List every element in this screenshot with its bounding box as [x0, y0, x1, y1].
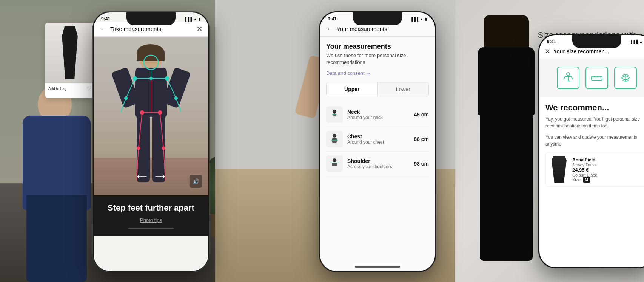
measurements-content: Your measurements We use these for more … — [320, 37, 435, 261]
svg-point-26 — [333, 134, 336, 138]
svg-point-0 — [144, 55, 158, 70]
battery-icon: ▮ — [199, 17, 201, 21]
dress-preview — [60, 26, 80, 79]
phone-measurements: 9:41 ▐▐▐ ▲ ▮ ← Your measurements Your me… — [319, 11, 436, 272]
measurement-chest: Chest Around your chest 88 cm — [326, 127, 429, 152]
product-rec-type: Jersey Dress — [572, 163, 644, 167]
phone2-title: Your measurements — [337, 26, 429, 32]
rec-content: We recommen... Yay, you got measured! Yo… — [539, 97, 644, 193]
body-scan-icon-box — [557, 67, 579, 89]
shoulder-desc: Across your shoulders — [347, 164, 409, 169]
phone2-signal-icon: ▐▐▐ — [410, 17, 418, 21]
ar-arrows: ← → — [134, 167, 169, 184]
phone1-title: Take measurements — [110, 26, 197, 32]
add-to-bag-label[interactable]: Add to bag — [48, 87, 66, 91]
product-image — [45, 23, 94, 83]
chest-icon-box — [326, 131, 343, 147]
neck-value: 45 cm — [414, 112, 429, 118]
phone1-time: 9:41 — [101, 16, 110, 22]
phone3-wifi-icon: ▲ — [639, 40, 643, 44]
tab-upper[interactable]: Upper — [327, 82, 378, 96]
phone1-instructions: Step feet further apart Photo tips — [94, 195, 208, 236]
phone2-home-indicator — [355, 266, 400, 268]
phone1-back-button[interactable]: ← — [100, 25, 107, 33]
sound-button[interactable]: 🔊 — [190, 175, 202, 188]
product-recommendation-card[interactable]: Anna Field Jersey Dress 24,95 € Colour: … — [545, 152, 644, 187]
svg-line-14 — [176, 98, 181, 113]
svg-line-12 — [167, 79, 176, 98]
phone1-close-button[interactable]: ✕ — [197, 25, 202, 33]
step-instruction: Step feet further apart — [100, 203, 202, 213]
phone2-notch — [353, 12, 402, 25]
chest-label: Chest — [347, 133, 409, 139]
rec-subtitle-line2: You can view and update your measurement… — [545, 134, 644, 147]
phone2-battery-icon: ▮ — [425, 17, 427, 21]
shoulder-icon-box — [326, 155, 343, 172]
svg-point-23 — [333, 110, 336, 113]
phone-size-recommendations: 9:41 ▐▐▐ ▲ ▮ ✕ Your size recommen... — [538, 34, 644, 268]
chest-desc: Around your chest — [347, 139, 409, 145]
rec-subtitle-line1: Yay, you got measured! You'll get person… — [545, 116, 644, 129]
phone2-wifi-icon: ▲ — [420, 17, 424, 21]
phone2-time: 9:41 — [328, 16, 337, 22]
chest-value: 88 cm — [414, 136, 429, 142]
phone3-notch — [572, 35, 621, 48]
signal-icon: ▐▐▐ — [184, 17, 192, 21]
product-size-label: Size: M — [572, 177, 644, 182]
wifi-icon: ▲ — [193, 17, 197, 21]
svg-point-32 — [567, 73, 570, 76]
measurement-shoulder: Shoulder Across your shoulders 98 cm — [326, 152, 429, 176]
photo-tips-link[interactable]: Photo tips — [100, 217, 202, 223]
phone1-home-indicator — [128, 228, 174, 229]
data-consent-link[interactable]: Data and consent → — [326, 70, 429, 76]
phone-take-measurements: 9:41 ▐▐▐ ▲ ▮ ← Take measurements ✕ — [92, 11, 210, 272]
ar-camera-view: ← → 🔊 — [94, 37, 208, 195]
svg-point-22 — [149, 77, 153, 80]
measurements-subtitle: We use these for more personal size reco… — [326, 52, 429, 66]
svg-line-9 — [126, 79, 135, 98]
shoulder-label: Shoulder — [347, 158, 409, 164]
phone3-signal-icon: ▐▐▐ — [630, 40, 638, 44]
neck-desc: Around your neck — [347, 115, 409, 120]
tab-lower[interactable]: Lower — [378, 82, 429, 96]
ruler-icon-box — [585, 67, 608, 89]
svg-rect-24 — [333, 113, 336, 116]
svg-line-11 — [121, 98, 126, 113]
tape-icon-box — [614, 67, 637, 89]
measurements-section-title: Your measurements — [326, 43, 429, 51]
size-icons-row — [539, 59, 644, 97]
neck-icon-box — [326, 106, 343, 123]
phone3-close-button[interactable]: ✕ — [545, 47, 550, 56]
svg-line-18 — [160, 113, 163, 149]
product-color-label: Colour: Black — [572, 173, 644, 177]
svg-point-21 — [133, 77, 137, 80]
phone1-notch — [126, 12, 176, 25]
sound-icon: 🔊 — [193, 178, 199, 184]
measurement-neck: Neck Around your neck 45 cm — [326, 102, 429, 127]
svg-line-15 — [139, 113, 142, 149]
wishlist-icon[interactable]: ♡ — [86, 85, 91, 91]
product-rec-image — [550, 156, 569, 183]
product-rec-price: 24,95 € — [572, 167, 644, 173]
phone3-time: 9:41 — [547, 39, 556, 44]
product-rec-details: Anna Field Jersey Dress 24,95 € Colour: … — [572, 157, 644, 182]
rec-title: We recommen... — [545, 103, 644, 113]
neck-label: Neck — [347, 109, 409, 115]
shoulder-value: 98 cm — [414, 161, 429, 167]
product-card-small: Add to bag ♡ — [45, 23, 94, 98]
phone2-back-button[interactable]: ← — [326, 25, 334, 33]
product-rec-name: Anna Field — [572, 157, 644, 163]
measurement-tabs: Upper Lower — [326, 82, 429, 96]
phone3-title: Your size recommen... — [553, 48, 609, 54]
svg-point-29 — [333, 158, 336, 162]
size-badge: M — [583, 177, 590, 183]
